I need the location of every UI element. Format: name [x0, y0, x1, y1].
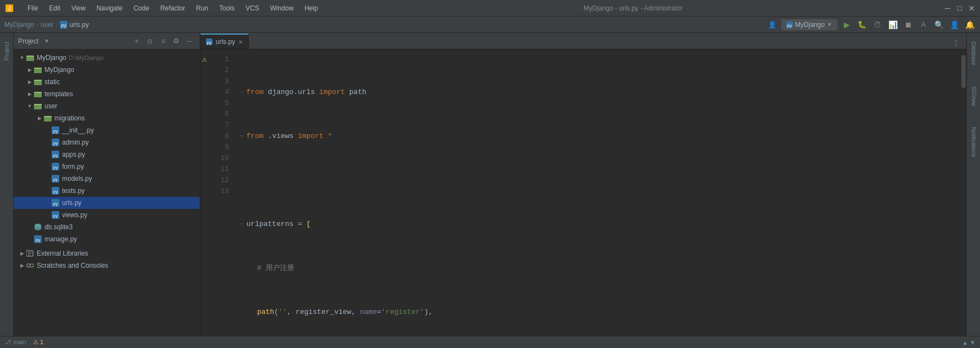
menu-vcs[interactable]: VCS: [241, 3, 264, 13]
translate-button[interactable]: A: [917, 19, 929, 31]
tree-item-external-libs[interactable]: ▶ External Libraries: [14, 247, 200, 259]
tree-item-tests[interactable]: ▶ py tests.py: [14, 185, 200, 197]
tree-root-path: D:\MyDjango: [69, 54, 104, 61]
status-git[interactable]: ⎇ main: [4, 339, 26, 346]
status-warnings: ⚠ 1: [33, 339, 43, 346]
svg-rect-13: [34, 93, 42, 97]
tree-item-manage[interactable]: ▶ py manage.py: [14, 233, 200, 245]
tree-item-apps[interactable]: ▶ py apps.py: [14, 148, 200, 161]
code-content[interactable]: ─ from django.urls import path ─ from .v…: [236, 49, 961, 336]
user-button[interactable]: 👤: [948, 19, 960, 31]
search-everywhere-button[interactable]: 🔍: [933, 19, 945, 31]
profile-run-button[interactable]: 📊: [887, 19, 899, 31]
tree-item-models[interactable]: ▶ py models.py: [14, 173, 200, 185]
menu-edit[interactable]: Edit: [44, 3, 65, 13]
menu-window[interactable]: Window: [266, 3, 298, 13]
editor-tab-urls[interactable]: py urls.py ✕: [200, 34, 249, 49]
fold-arrow-1[interactable]: ─: [240, 87, 244, 98]
stop-button[interactable]: ⏹: [902, 19, 914, 31]
run-button[interactable]: ▶: [841, 19, 853, 31]
tree-item-scratches[interactable]: ▶ Scratches and Consoles: [14, 259, 200, 272]
tree-folder-icon-user: [33, 102, 42, 111]
scrollbar-thumb[interactable]: [961, 55, 966, 88]
project-tab-label[interactable]: Project: [1, 37, 12, 65]
tree-item-user[interactable]: ▼ user: [14, 100, 200, 112]
debug-button[interactable]: 🐛: [856, 19, 868, 31]
tree-root-folder-icon: [26, 53, 35, 62]
svg-text:py: py: [36, 237, 40, 242]
update-button[interactable]: 🔔: [964, 19, 976, 31]
panel-settings-button[interactable]: ⚙: [170, 35, 182, 47]
tree-external-libs-icon: [26, 249, 35, 258]
tree-pyfile-icon-urls: py: [51, 198, 60, 207]
breadcrumb-mydjango[interactable]: MyDjango: [4, 21, 34, 29]
code-path-6: path: [257, 307, 274, 318]
svg-rect-15: [34, 105, 42, 109]
panel-dropdown-arrow[interactable]: ▼: [44, 38, 49, 44]
tab-menu-button[interactable]: ⋮: [950, 37, 962, 49]
tree-item-views[interactable]: ▶ py views.py: [14, 209, 200, 221]
menu-help[interactable]: Help: [300, 3, 323, 13]
profile-button[interactable]: 👤: [766, 19, 778, 31]
tree-label-templates: templates: [44, 90, 73, 98]
line-num-6: 6: [208, 109, 236, 120]
gutter: ⚠: [200, 49, 208, 336]
title-bar-left: J File Edit View Navigate Code Refactor …: [4, 3, 322, 13]
code-eq-6: =: [377, 307, 382, 318]
run-config-selector[interactable]: py MyDjango ▼: [781, 19, 837, 30]
code-text-3: [240, 175, 244, 186]
menu-view[interactable]: View: [67, 3, 90, 13]
breadcrumb-user[interactable]: user: [41, 21, 53, 29]
notifications-panel-button[interactable]: Notifications: [969, 123, 978, 161]
svg-point-44: [30, 264, 33, 267]
svg-text:py: py: [53, 129, 58, 134]
gutter-line-7: [200, 120, 208, 131]
tree-item-form[interactable]: ▶ py form.py: [14, 161, 200, 173]
panel-header: Project ▼ ＋ ⊙ ≡ ⚙ ─: [14, 33, 200, 49]
code-name-6: name: [360, 307, 377, 318]
project-panel: Project ▼ ＋ ⊙ ≡ ⚙ ─ ▼ MyDjango D:\MyDjan…: [14, 33, 200, 336]
editor-tabs: py urls.py ✕ ⋮: [200, 33, 966, 49]
tree-item-static[interactable]: ▶ static: [14, 76, 200, 88]
line-num-2: 2: [208, 65, 236, 76]
coverage-button[interactable]: ⏱: [871, 19, 883, 31]
panel-expand-button[interactable]: ≡: [157, 35, 169, 47]
tree-item-db[interactable]: ▶ db.sqlite3: [14, 221, 200, 233]
code-bracket-open: [: [306, 219, 311, 230]
code-line-2: ─ from .views import *: [236, 131, 961, 142]
nav-right: 👤 py MyDjango ▼ ▶ 🐛 ⏱ 📊 ⏹ A 🔍 👤 🔔: [766, 19, 976, 31]
menu-navigate[interactable]: Navigate: [92, 3, 127, 13]
tree-item-migrations[interactable]: ▶ migrations: [14, 112, 200, 124]
line-num-1: 1: [208, 54, 236, 65]
panel-locate-button[interactable]: ⊙: [144, 35, 156, 47]
panel-add-button[interactable]: ＋: [131, 35, 143, 47]
tab-close-button[interactable]: ✕: [238, 39, 243, 45]
fold-arrow-2[interactable]: ─: [240, 131, 244, 142]
gutter-line-8: [200, 131, 208, 142]
maximize-button[interactable]: □: [956, 4, 964, 12]
minimize-button[interactable]: ─: [944, 4, 951, 12]
tree-item-urls[interactable]: ▶ py urls.py: [14, 197, 200, 209]
tree-label-migrations: migrations: [54, 114, 85, 122]
tree-item-mydjango-sub[interactable]: ▶ MyDjango: [14, 64, 200, 76]
menu-refactor[interactable]: Refactor: [156, 3, 189, 13]
sgview-panel-button[interactable]: SGView: [969, 82, 978, 111]
vertical-scrollbar[interactable]: [961, 49, 966, 336]
panel-close-button[interactable]: ─: [183, 35, 195, 47]
database-panel-button[interactable]: Database: [969, 37, 978, 70]
tree-item-init[interactable]: ▶ py __init__.py: [14, 124, 200, 136]
code-text-2a: .views: [264, 131, 298, 142]
tree-item-admin[interactable]: ▶ py admin.py: [14, 136, 200, 148]
tree-pyfile-icon-admin: py: [51, 138, 60, 147]
fold-arrow-4[interactable]: ─: [240, 219, 244, 230]
tree-pyfile-icon-models: py: [51, 174, 60, 183]
menu-code[interactable]: Code: [129, 3, 154, 13]
menu-run[interactable]: Run: [192, 3, 212, 13]
close-button[interactable]: ✕: [968, 4, 976, 12]
menu-file[interactable]: File: [23, 3, 42, 13]
menu-tools[interactable]: Tools: [215, 3, 239, 13]
tree-root-mydjango[interactable]: ▼ MyDjango D:\MyDjango: [14, 52, 200, 64]
tree-item-templates[interactable]: ▶ templates: [14, 88, 200, 100]
side-tab-project: Project: [0, 33, 14, 336]
kw-star: *: [323, 131, 332, 142]
